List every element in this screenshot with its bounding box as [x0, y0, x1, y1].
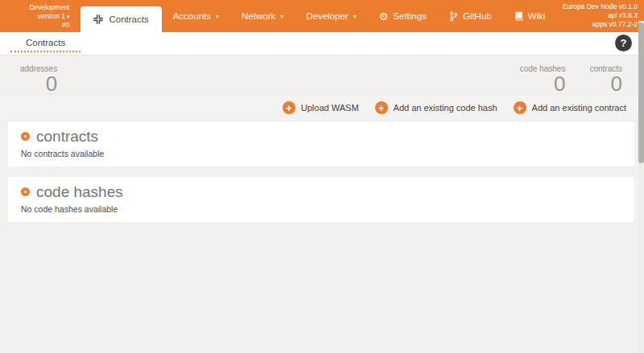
- plus-icon: +: [514, 101, 526, 114]
- chevron-down-icon: ▾: [280, 13, 283, 20]
- stat-code-hashes: code hashes 0: [520, 64, 566, 95]
- add-contract-button[interactable]: + Add an existing contract: [514, 101, 626, 114]
- nav-menu-network[interactable]: Network ▾: [230, 0, 295, 32]
- tab-contracts[interactable]: Contracts: [10, 32, 80, 52]
- dot-circle-icon: [21, 132, 30, 141]
- nav-menu-settings[interactable]: ⚙ Settings: [368, 0, 438, 32]
- nav-tab-contracts[interactable]: Contracts: [80, 6, 161, 32]
- chevron-down-icon: ▾: [216, 13, 219, 20]
- plus-icon: +: [283, 101, 295, 114]
- nav-menu-accounts[interactable]: Accounts ▾: [162, 0, 230, 32]
- chain-info[interactable]: Development version 1▾ #0: [0, 0, 72, 32]
- question-mark-icon: ?: [621, 37, 627, 49]
- action-label: Add an existing contract: [532, 103, 626, 113]
- book-icon: [514, 11, 523, 21]
- nav-menu-label: Settings: [393, 11, 427, 21]
- git-branch-icon: [449, 11, 458, 22]
- nav-tab-label: Contracts: [109, 14, 148, 24]
- chevron-down-icon: ▾: [67, 14, 70, 19]
- github-link-label: GitHub: [463, 11, 492, 21]
- compress-icon: [93, 14, 103, 24]
- node-name-version: Europa Dev Node v0.1.0: [556, 2, 638, 11]
- action-label: Add an existing code hash: [394, 103, 497, 113]
- chain-best-block: #0: [0, 21, 69, 30]
- nav-menu-label: Accounts: [173, 11, 211, 21]
- apps-version: apps v0.77.2-2: [556, 20, 638, 29]
- node-info: Europa Dev Node v0.1.0 api v3.6.3 apps v…: [556, 0, 644, 32]
- plus-icon: +: [375, 101, 388, 114]
- upload-wasm-button[interactable]: + Upload WASM: [283, 101, 359, 114]
- actions-row: + Upload WASM + Add an existing code has…: [0, 94, 644, 121]
- dot-circle-icon: [21, 187, 30, 196]
- contracts-section: contracts No contracts available: [8, 121, 634, 166]
- nav-menu-label: Network: [242, 11, 275, 21]
- help-button[interactable]: ?: [615, 35, 632, 51]
- scrollbar-track[interactable]: [638, 21, 644, 353]
- nav-menu-label: Developer: [306, 11, 348, 21]
- stat-value: 0: [520, 73, 566, 95]
- wiki-link-label: Wiki: [528, 11, 546, 21]
- action-label: Upload WASM: [301, 103, 359, 113]
- code-hashes-section: code hashes No code hashes available: [8, 177, 634, 222]
- stat-value: 0: [589, 73, 622, 95]
- chain-name: Development: [0, 3, 69, 12]
- page-tab-bar: Contracts ?: [0, 32, 644, 55]
- wiki-link[interactable]: Wiki: [503, 0, 557, 32]
- section-title: contracts: [36, 128, 98, 146]
- stat-addresses: addresses 0: [20, 64, 57, 95]
- app-header: Development version 1▾ #0 Contracts Acco…: [0, 0, 644, 32]
- stat-value: 0: [20, 73, 57, 95]
- chevron-down-icon: ▾: [353, 13, 357, 20]
- stat-contracts: contracts 0: [589, 64, 622, 95]
- gear-icon: ⚙: [379, 11, 389, 22]
- empty-message: No contracts available: [21, 149, 621, 158]
- chain-runtime: version 1: [37, 12, 65, 20]
- summary-bar: addresses 0 code hashes 0 contracts 0: [0, 55, 644, 94]
- github-link[interactable]: GitHub: [438, 0, 503, 32]
- api-version: api v3.6.3: [556, 11, 638, 20]
- empty-message: No code hashes available: [21, 204, 621, 214]
- add-code-hash-button[interactable]: + Add an existing code hash: [375, 101, 497, 114]
- section-title: code hashes: [36, 183, 123, 201]
- scrollbar-thumb[interactable]: [638, 23, 644, 163]
- nav-menu-developer[interactable]: Developer ▾: [295, 0, 367, 32]
